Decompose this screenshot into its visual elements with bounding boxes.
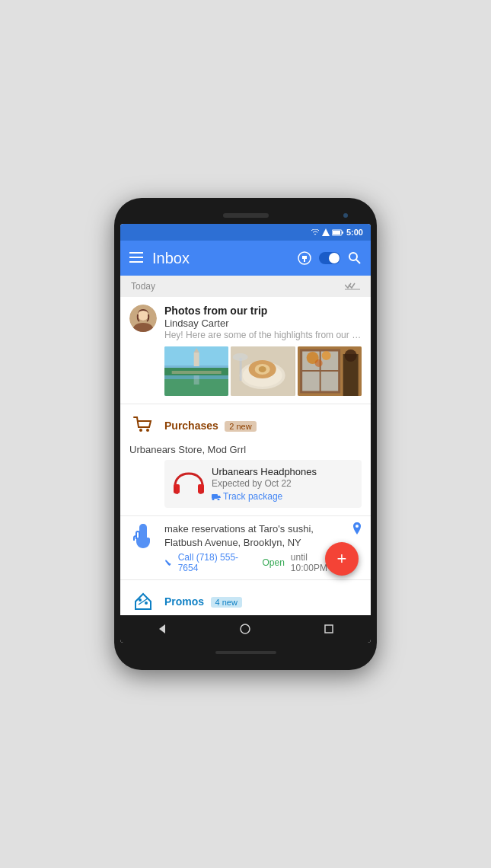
email-subject-trip: Photos from our trip	[164, 305, 362, 317]
svg-point-50	[145, 602, 148, 605]
svg-rect-3	[342, 231, 343, 234]
app-bar-icons	[298, 251, 362, 265]
svg-rect-6	[129, 261, 143, 263]
app-title: Inbox	[152, 250, 289, 267]
track-package-link[interactable]: Track package	[212, 491, 354, 502]
status-time: 5:00	[346, 228, 363, 237]
signal-icon	[322, 228, 330, 236]
purchases-badge: 2 new	[225, 421, 256, 432]
phone-shell: 5:00 Inbox	[114, 198, 377, 670]
svg-rect-43	[174, 484, 180, 493]
svg-point-52	[241, 624, 250, 633]
reminder-icon-wrap	[129, 522, 157, 550]
truck-icon	[212, 493, 221, 500]
sweep-icon[interactable]	[298, 251, 311, 265]
phone-chin	[120, 646, 371, 659]
bundle-header-promos: Promos 4 new	[129, 588, 362, 615]
phone-top-bar	[120, 207, 371, 224]
phone-screen: 5:00 Inbox	[120, 224, 371, 643]
toggle-switch[interactable]	[319, 252, 340, 264]
svg-marker-51	[159, 624, 165, 633]
home-button[interactable]	[234, 618, 256, 640]
reminder-text: make reservations at Taro's sushi, Flatb…	[164, 522, 345, 550]
svg-rect-17	[194, 353, 199, 366]
phone-icon	[164, 559, 172, 566]
today-section-header: Today	[120, 276, 371, 297]
svg-rect-21	[194, 375, 199, 385]
purchases-senders: Urbanears Store, Mod Grrl	[129, 444, 362, 455]
svg-rect-45	[212, 494, 218, 499]
svg-point-41	[139, 429, 142, 432]
email-sender-trip: Lindsay Carter	[164, 318, 362, 329]
app-bar: Inbox	[120, 241, 371, 276]
recent-apps-button[interactable]	[318, 618, 340, 640]
purchases-bundle[interactable]: Purchases 2 new Urbanears Store, Mod Grr…	[120, 404, 371, 516]
svg-point-47	[218, 499, 220, 501]
bundle-header-purchases: Purchases 2 new	[129, 412, 362, 439]
today-label: Today	[131, 281, 155, 292]
toggle-circle	[329, 253, 340, 263]
svg-point-42	[146, 429, 149, 432]
svg-point-40	[344, 349, 356, 362]
svg-rect-53	[325, 625, 333, 633]
svg-point-30	[233, 353, 248, 361]
purchases-icon	[129, 412, 157, 439]
headphones-illustration	[172, 471, 206, 498]
photo-strip	[164, 346, 362, 396]
search-icon[interactable]	[348, 251, 362, 265]
promos-badge: 4 new	[211, 597, 242, 608]
compose-fab[interactable]: +	[325, 542, 359, 576]
svg-rect-22	[172, 371, 222, 374]
speaker	[223, 213, 269, 218]
email-content-trip: Photos from our trip Lindsay Carter Hey!…	[164, 305, 362, 396]
reminder-content: make reservations at Taro's sushi, Flatb…	[164, 522, 345, 573]
hamburger-icon	[129, 252, 143, 263]
svg-point-8	[349, 253, 357, 260]
compose-fab-icon: +	[337, 549, 347, 569]
check-all-icon[interactable]	[345, 280, 360, 292]
bottom-nav	[120, 615, 371, 643]
svg-rect-44	[198, 484, 204, 493]
trip-photo-3	[298, 346, 362, 396]
trip-photo-2	[231, 346, 295, 396]
svg-rect-29	[240, 358, 242, 381]
purchases-title: Purchases	[164, 420, 218, 432]
open-status: Open	[263, 557, 285, 568]
battery-icon	[332, 229, 344, 236]
status-bar: 5:00	[120, 224, 371, 241]
menu-icon[interactable]	[129, 251, 143, 266]
promos-title-group: Promos 4 new	[164, 595, 242, 608]
trip-photo-1	[164, 346, 228, 396]
call-link[interactable]: Call (718) 555-7654	[178, 552, 257, 573]
chin-bar	[215, 651, 276, 654]
sender-avatar	[129, 305, 157, 332]
package-eta: Expected by Oct 22	[212, 478, 354, 489]
promos-title: Promos	[164, 595, 204, 608]
purchases-title-group: Purchases 2 new	[164, 419, 257, 432]
back-button[interactable]	[151, 618, 173, 640]
scroll-content[interactable]: Today	[120, 276, 371, 615]
svg-line-9	[356, 260, 360, 263]
svg-rect-4	[129, 252, 143, 254]
package-card[interactable]: Urbanears Headphones Expected by Oct 22 …	[164, 460, 362, 508]
status-icons: 5:00	[311, 228, 363, 237]
svg-point-48	[355, 525, 359, 528]
reminder-actions: Call (718) 555-7654 Open until 10:00PM	[164, 552, 345, 573]
wifi-icon	[311, 229, 320, 236]
svg-point-38	[314, 359, 322, 367]
reminder-icon	[132, 522, 155, 550]
svg-marker-0	[322, 228, 330, 236]
svg-rect-5	[129, 257, 143, 258]
promos-bundle[interactable]: Promos 4 new Good Eggs, DoGood, The Pick…	[120, 580, 371, 615]
svg-point-28	[259, 366, 266, 372]
email-item-trip[interactable]: Photos from our trip Lindsay Carter Hey!…	[120, 297, 371, 404]
svg-point-49	[139, 598, 142, 602]
svg-point-37	[321, 351, 330, 360]
svg-rect-2	[333, 231, 340, 235]
camera-dot	[343, 213, 348, 218]
package-info: Urbanears Headphones Expected by Oct 22 …	[212, 466, 354, 502]
package-name: Urbanears Headphones	[212, 466, 354, 477]
promos-icon	[129, 588, 157, 615]
email-preview-trip: Hey! Here are some of the highlights fro…	[164, 330, 362, 340]
pin-icon	[352, 522, 362, 537]
